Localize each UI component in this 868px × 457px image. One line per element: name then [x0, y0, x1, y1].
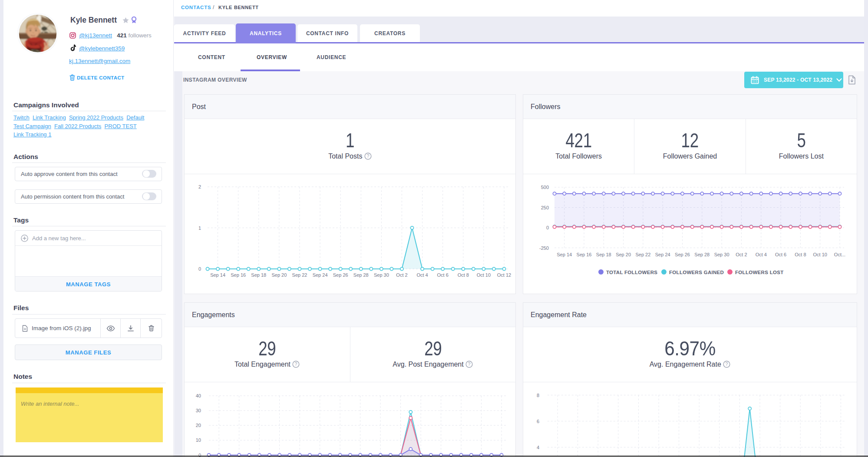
svg-text:Oct 8: Oct 8	[795, 252, 806, 257]
svg-text:500: 500	[541, 185, 549, 190]
svg-text:Oct...: Oct...	[834, 252, 845, 257]
svg-text:Oct 10: Oct 10	[813, 252, 827, 257]
svg-text:Oct 2: Oct 2	[736, 252, 747, 257]
svg-text:?: ?	[468, 361, 471, 367]
svg-text:Sep 30: Sep 30	[374, 272, 389, 278]
svg-text:FOLLOWERS GAINED: FOLLOWERS GAINED	[669, 270, 724, 275]
svg-text:FOLLOWERS LOST: FOLLOWERS LOST	[735, 270, 784, 275]
svg-text:Sep 16: Sep 16	[231, 272, 246, 278]
svg-text:6: 6	[537, 419, 539, 424]
svg-text:Sep 16: Sep 16	[577, 252, 592, 257]
svg-text:Oct 10: Oct 10	[477, 272, 491, 278]
svg-text:Oct 2: Oct 2	[396, 272, 407, 278]
svg-text:20: 20	[196, 423, 201, 428]
svg-text:Oct 6: Oct 6	[437, 272, 449, 278]
svg-text:Sep 26: Sep 26	[333, 272, 348, 278]
svg-text:Sep 24: Sep 24	[655, 252, 670, 257]
svg-text:0: 0	[198, 266, 201, 272]
svg-text:4: 4	[537, 445, 539, 450]
svg-text:Sep 20: Sep 20	[271, 272, 287, 278]
svg-text:Oct 4: Oct 4	[416, 272, 428, 278]
svg-text:40: 40	[196, 393, 201, 398]
svg-text:250: 250	[541, 205, 549, 210]
svg-text:TOTAL FOLLOWERS: TOTAL FOLLOWERS	[606, 270, 657, 275]
svg-text:Sep 22: Sep 22	[635, 252, 650, 257]
svg-text:Sep 14: Sep 14	[210, 272, 225, 278]
svg-text:?: ?	[366, 153, 369, 159]
svg-text:-250: -250	[539, 245, 549, 251]
svg-text:Sep 28: Sep 28	[353, 272, 369, 278]
svg-text:Oct 6: Oct 6	[775, 252, 786, 257]
svg-text:Sep 14: Sep 14	[557, 252, 572, 257]
svg-text:Sep 30: Sep 30	[714, 252, 729, 257]
svg-text:10: 10	[196, 437, 201, 443]
svg-text:Sep 20: Sep 20	[616, 252, 631, 257]
svg-text:Sep 18: Sep 18	[596, 252, 611, 257]
svg-text:?: ?	[295, 361, 297, 367]
svg-text:8: 8	[537, 393, 539, 398]
svg-text:Sep 28: Sep 28	[694, 252, 710, 257]
svg-text:Sep 18: Sep 18	[251, 272, 266, 278]
svg-text:Sep 24: Sep 24	[313, 272, 328, 278]
svg-text:Oct 8: Oct 8	[458, 272, 469, 278]
svg-text:0: 0	[546, 225, 549, 230]
svg-text:Sep 22: Sep 22	[292, 272, 307, 278]
svg-text:2: 2	[198, 184, 201, 189]
svg-text:30: 30	[196, 408, 201, 413]
svg-text:1: 1	[198, 225, 201, 231]
svg-text:Oct 12: Oct 12	[497, 272, 511, 278]
svg-text:?: ?	[726, 361, 728, 367]
svg-text:Sep 26: Sep 26	[675, 252, 690, 257]
svg-text:Oct 4: Oct 4	[756, 252, 767, 257]
